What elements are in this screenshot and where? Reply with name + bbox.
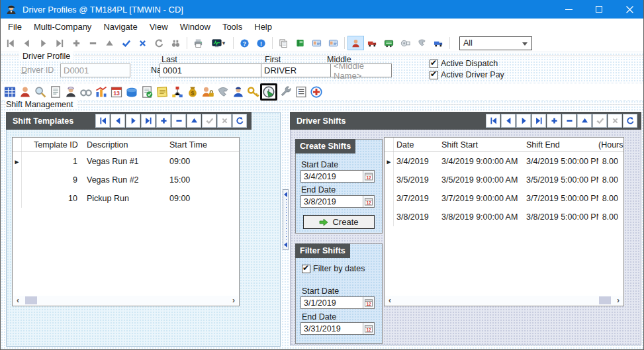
shifts-add-button[interactable]: [547, 114, 561, 128]
shifts-delete-button[interactable]: [562, 114, 576, 128]
scrollbar-thumb[interactable]: [25, 296, 37, 304]
shifts-first-button[interactable]: [486, 114, 500, 128]
enforcement-button[interactable]: [232, 85, 245, 99]
dispatcher-button[interactable]: [64, 85, 77, 99]
menu-multi-company[interactable]: Multi-Company: [28, 20, 97, 34]
system-monitor-button[interactable]: ▾: [207, 36, 230, 50]
next-record-button[interactable]: [35, 36, 52, 50]
move-up-button[interactable]: [101, 36, 118, 50]
handcuffs-button[interactable]: [79, 85, 93, 99]
notes-button[interactable]: [156, 85, 169, 99]
user-permissions-button[interactable]: [201, 85, 214, 99]
trailer-profiles-button[interactable]: [381, 36, 397, 50]
filter-end-date-field[interactable]: 3/31/2019 12: [300, 322, 375, 335]
id-card-alt-button[interactable]: [325, 36, 342, 50]
calendar-picker-button[interactable]: 12: [363, 323, 374, 334]
menu-window[interactable]: Window: [174, 20, 216, 34]
templates-horizontal-scrollbar[interactable]: ‹ ›: [13, 296, 238, 305]
last-record-button[interactable]: [52, 36, 68, 50]
templates-cancel-button[interactable]: [217, 114, 232, 128]
create-button[interactable]: Create: [303, 215, 375, 229]
phone-receiver-button[interactable]: [216, 85, 230, 99]
last-name-field[interactable]: 0001: [160, 64, 261, 77]
save-button[interactable]: [118, 36, 134, 50]
filter-by-dates-checkbox[interactable]: [302, 265, 310, 273]
first-aid-button[interactable]: [310, 85, 323, 99]
carrier-profiles-button[interactable]: [430, 36, 447, 50]
scroll-right-arrow[interactable]: ›: [614, 296, 623, 305]
checked-document-button[interactable]: [140, 85, 154, 99]
col-hours[interactable]: (Hours): [598, 140, 623, 150]
menu-view[interactable]: View: [144, 20, 174, 34]
maximize-button[interactable]: [584, 0, 614, 19]
active-driver-pay-checkbox[interactable]: [430, 71, 438, 79]
templates-refresh-button[interactable]: [232, 114, 247, 128]
shifts-save-button[interactable]: [592, 114, 607, 128]
about-button[interactable]: !: [253, 36, 269, 50]
create-end-date-field[interactable]: 3/8/2019 12: [300, 195, 375, 208]
template-row[interactable]: 9 Vegas Run #2 15:00: [13, 171, 239, 189]
template-row[interactable]: ► 1 Vegas Run #1 09:00: [13, 152, 239, 171]
shifts-horizontal-scrollbar[interactable]: ‹ ›: [385, 296, 623, 305]
templates-delete-button[interactable]: [171, 114, 186, 128]
shifts-next-button[interactable]: [516, 114, 531, 128]
col-shift-end[interactable]: Shift End: [524, 140, 598, 150]
driver-button[interactable]: [19, 85, 32, 99]
shift-management-button[interactable]: [262, 85, 275, 99]
id-card-button[interactable]: [308, 36, 325, 50]
col-template-id[interactable]: Template ID: [22, 140, 81, 150]
refresh-button[interactable]: [151, 36, 167, 50]
find-button[interactable]: [167, 36, 184, 50]
pay-grid-button[interactable]: [3, 85, 17, 99]
templates-previous-button[interactable]: [111, 114, 125, 128]
help-button[interactable]: ?: [236, 36, 253, 50]
create-start-date-field[interactable]: 3/4/2019 12: [300, 170, 375, 183]
scroll-left-arrow[interactable]: ‹: [385, 296, 394, 305]
splitter-collapse-arrow[interactable]: [284, 242, 287, 247]
previous-record-button[interactable]: [19, 36, 35, 50]
menu-file[interactable]: File: [2, 20, 28, 34]
first-name-field[interactable]: DRIVER: [261, 64, 331, 77]
copy-profile-button[interactable]: [275, 36, 292, 50]
filter-by-dates-row[interactable]: Filter by dates: [302, 264, 365, 273]
menu-navigate[interactable]: Navigate: [97, 20, 143, 34]
activity-list-button[interactable]: [295, 85, 308, 99]
reference-book-button[interactable]: [292, 36, 308, 50]
shifts-move-up-button[interactable]: [577, 114, 592, 128]
active-driver-pay-row[interactable]: Active Driver Pay: [430, 70, 504, 79]
panel-splitter[interactable]: [283, 189, 289, 250]
cancel-button[interactable]: [134, 36, 151, 50]
scrollbar-thumb[interactable]: [599, 296, 611, 304]
templates-last-button[interactable]: [141, 114, 156, 128]
network-button[interactable]: [171, 85, 184, 99]
active-dispatch-checkbox[interactable]: [430, 60, 438, 68]
scroll-left-arrow[interactable]: ‹: [13, 296, 23, 305]
active-dispatch-row[interactable]: Active Dispatch: [430, 59, 498, 68]
report-button[interactable]: [49, 85, 62, 99]
shift-row[interactable]: 3/5/2019 3/5/2019 9:00:00 AM 3/5/2019 5:…: [385, 171, 623, 189]
first-record-button[interactable]: [2, 36, 19, 50]
scroll-right-arrow[interactable]: ›: [229, 296, 238, 305]
templates-next-button[interactable]: [126, 114, 140, 128]
print-button[interactable]: [190, 36, 207, 50]
calendar-button[interactable]: 13: [110, 85, 123, 99]
calendar-picker-button[interactable]: 12: [363, 196, 374, 207]
close-button[interactable]: [614, 0, 644, 19]
storage-bin-button[interactable]: [125, 85, 138, 99]
payroll-button[interactable]: $: [186, 85, 199, 99]
templates-add-button[interactable]: [156, 114, 171, 128]
shifts-refresh-button[interactable]: [623, 114, 637, 128]
search-button[interactable]: [34, 85, 47, 99]
menu-help[interactable]: Help: [248, 20, 278, 34]
shifts-previous-button[interactable]: [501, 114, 516, 128]
shifts-last-button[interactable]: [531, 114, 546, 128]
col-description[interactable]: Description: [81, 140, 164, 150]
minimize-button[interactable]: [553, 0, 584, 19]
driver-id-field[interactable]: D0001: [60, 64, 130, 77]
phone-button[interactable]: [414, 36, 430, 50]
shift-row[interactable]: 3/7/2019 3/7/2019 9:00:00 AM 3/7/2019 5:…: [385, 189, 623, 208]
templates-save-button[interactable]: [202, 114, 216, 128]
col-shift-start[interactable]: Shift Start: [439, 140, 524, 150]
shifts-cancel-button[interactable]: [608, 114, 622, 128]
add-record-button[interactable]: [68, 36, 85, 50]
